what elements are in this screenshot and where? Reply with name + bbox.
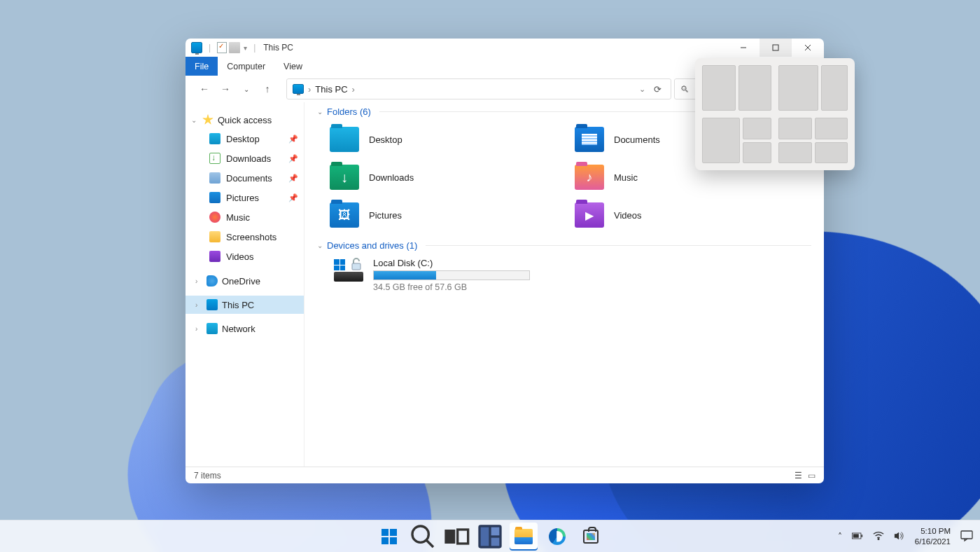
download-icon: [209, 153, 220, 164]
sidebar-quick-access[interactable]: ⌄ Quick access: [186, 111, 304, 129]
svg-point-5: [412, 526, 428, 542]
this-pc-icon: [293, 84, 304, 94]
widgets-button[interactable]: [476, 523, 504, 551]
tab-view[interactable]: View: [274, 57, 312, 76]
drive-name: Local Disk (C:): [373, 258, 817, 268]
edge-icon: [549, 528, 566, 545]
svg-rect-15: [853, 534, 859, 537]
svg-rect-7: [444, 530, 455, 544]
star-icon: [202, 114, 214, 125]
sidebar-this-pc[interactable]: ›This PC: [186, 296, 304, 314]
start-button[interactable]: [375, 523, 403, 551]
group-drives-header[interactable]: ⌄ Devices and drives (1): [304, 237, 824, 254]
tray-overflow-button[interactable]: ˄: [838, 532, 842, 541]
sidebar-item-downloads[interactable]: Downloads📌: [186, 149, 304, 168]
desktop-folder-icon: [330, 127, 359, 152]
pin-icon: 📌: [288, 154, 298, 163]
battery-icon[interactable]: [852, 531, 863, 542]
sidebar-item-music[interactable]: Music: [186, 207, 304, 227]
minimize-button[interactable]: [727, 39, 760, 57]
sidebar-item-desktop[interactable]: Desktop📌: [186, 129, 304, 149]
recent-locations-button[interactable]: ⌄: [236, 78, 257, 99]
properties-icon[interactable]: [217, 42, 227, 53]
task-view-button[interactable]: [442, 523, 470, 551]
bitlocker-unlocked-icon: [351, 258, 362, 270]
store-icon: [583, 530, 598, 544]
tab-computer[interactable]: Computer: [218, 57, 274, 76]
screenshots-icon: [209, 231, 220, 242]
taskbar-file-explorer[interactable]: [510, 523, 538, 551]
music-folder-icon: ♪: [575, 165, 604, 190]
snap-layout-wide-narrow[interactable]: [778, 65, 848, 111]
window-title: This PC: [262, 43, 293, 53]
sidebar-item-documents[interactable]: Documents📌: [186, 168, 304, 188]
close-button[interactable]: [792, 39, 824, 57]
folder-icon[interactable]: [229, 42, 240, 53]
navigation-pane: ⌄ Quick access Desktop📌 Downloads📌 Docum…: [186, 102, 304, 467]
chevron-right-icon: ›: [195, 301, 202, 309]
videos-folder-icon: ▶: [575, 202, 604, 228]
snap-layout-quarters[interactable]: [778, 118, 848, 163]
documents-icon: [209, 172, 220, 184]
breadcrumb[interactable]: This PC: [315, 84, 347, 95]
folder-downloads[interactable]: ↓Downloads: [327, 160, 572, 194]
refresh-button[interactable]: ⟳: [650, 84, 665, 95]
volume-icon[interactable]: [894, 531, 905, 542]
onedrive-icon: [206, 275, 218, 287]
address-history-icon[interactable]: ⌄: [639, 85, 645, 94]
back-button[interactable]: ←: [194, 78, 215, 99]
chevron-down-icon: ⌄: [191, 116, 198, 124]
sidebar-item-screenshots[interactable]: Screenshots: [186, 227, 304, 247]
folder-desktop[interactable]: Desktop: [327, 123, 572, 156]
pin-icon: 📌: [288, 134, 298, 144]
videos-icon: [209, 251, 220, 262]
taskbar: ˄ 5:10 PM 6/16/2021: [0, 520, 980, 552]
pin-icon: 📌: [288, 174, 298, 183]
sidebar-item-videos[interactable]: Videos: [186, 247, 304, 266]
pictures-icon: [209, 192, 220, 203]
taskbar-edge[interactable]: [543, 523, 571, 551]
qat-dropdown-icon[interactable]: ▾: [242, 44, 247, 52]
this-pc-icon: [206, 299, 218, 310]
pin-icon: 📌: [288, 193, 298, 202]
drive-free-text: 34.5 GB free of 57.6 GB: [373, 282, 817, 292]
downloads-folder-icon: ↓: [330, 165, 359, 190]
svg-rect-1: [773, 45, 778, 50]
up-button[interactable]: ↑: [257, 78, 278, 99]
taskbar-clock[interactable]: 5:10 PM 6/16/2021: [915, 526, 951, 546]
chevron-right-icon: ›: [195, 277, 202, 285]
svg-rect-11: [491, 527, 500, 535]
taskbar-search-button[interactable]: [409, 523, 437, 551]
snap-layout-half-half[interactable]: [702, 65, 771, 111]
svg-rect-8: [458, 530, 468, 544]
tab-file[interactable]: File: [186, 57, 218, 76]
drive-usage-bar: [373, 270, 530, 280]
svg-rect-17: [961, 531, 972, 539]
svg-line-6: [426, 540, 433, 547]
sidebar-item-pictures[interactable]: Pictures📌: [186, 188, 304, 207]
forward-button[interactable]: →: [215, 78, 236, 99]
status-item-count: 7 items: [194, 471, 221, 481]
large-icons-view-button[interactable]: ▭: [808, 471, 816, 481]
taskbar-store[interactable]: [577, 523, 605, 551]
pictures-folder-icon: 🖼: [330, 202, 359, 228]
notifications-button[interactable]: [960, 530, 973, 543]
sidebar-network[interactable]: ›Network: [186, 319, 304, 338]
this-pc-icon: [191, 42, 202, 53]
sidebar-onedrive[interactable]: ›OneDrive: [186, 272, 304, 290]
svg-rect-4: [352, 263, 360, 270]
folder-pictures[interactable]: 🖼Pictures: [327, 198, 572, 232]
drive-local-disk-c[interactable]: Local Disk (C:) 34.5 GB free of 57.6 GB: [304, 254, 824, 296]
folder-icon: [514, 529, 533, 544]
wifi-icon[interactable]: [873, 531, 884, 542]
snap-layout-three-left[interactable]: [702, 118, 771, 163]
maximize-button[interactable]: [760, 39, 792, 57]
chevron-down-icon: ⌄: [317, 108, 323, 116]
address-bar[interactable]: › This PC › ⌄ ⟳: [286, 78, 671, 99]
titlebar[interactable]: | ▾ | This PC: [186, 39, 824, 57]
details-view-button[interactable]: ☰: [794, 471, 802, 481]
svg-rect-14: [861, 534, 862, 537]
folder-videos[interactable]: ▶Videos: [572, 198, 817, 232]
drive-icon: [334, 258, 363, 282]
chevron-right-icon: ›: [195, 325, 202, 333]
